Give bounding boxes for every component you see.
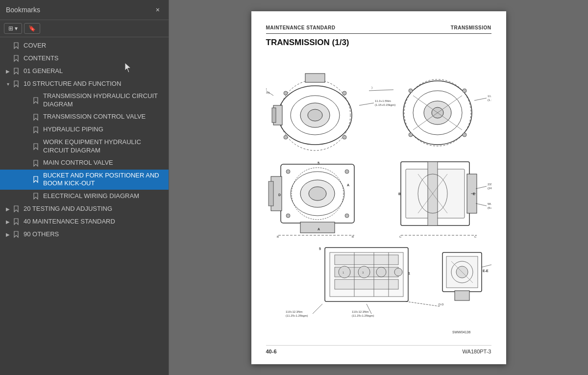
svg-line-30: [474, 98, 487, 100]
bookmark-flag-icon: [31, 175, 40, 183]
svg-text:B: B: [398, 192, 401, 196]
dropdown-arrow: ▾: [15, 25, 18, 32]
svg-text:58.8+9.8Nm: 58.8+9.8Nm: [488, 202, 491, 205]
bookmark-label: HYDRAULIC PIPING: [43, 125, 165, 134]
bookmark-item-transmission-hydraulic[interactable]: TRANSMISSION HYDRAULIC CIRCUIT DIAGRAM: [0, 90, 169, 111]
svg-text:1: 1: [408, 272, 410, 275]
svg-point-9: [343, 91, 346, 95]
svg-text:(11.25+1.25kgm): (11.25+1.25kgm): [352, 314, 374, 317]
svg-line-96: [406, 301, 440, 306]
grid-icon: ⊞: [8, 25, 13, 32]
bookmark-label: 90 OTHERS: [24, 230, 165, 239]
svg-text:11.3+1.5Nm: 11.3+1.5Nm: [488, 95, 491, 98]
bookmark-item-10-structure[interactable]: ▾10 STRUCTURE AND FUNCTION: [0, 77, 169, 90]
svg-point-83: [358, 266, 370, 278]
svg-text:C: C: [399, 235, 402, 238]
document-page: MAINTENANCE STANDARD TRANSMISSION TRANSM…: [251, 11, 506, 364]
svg-text:(1.15+0.15kgm): (1.15+0.15kgm): [375, 103, 395, 106]
svg-text:51.5+7.35Nm: 51.5+7.35Nm: [266, 87, 267, 90]
bookmark-label: MAIN CONTROL VALVE: [43, 159, 165, 167]
bookmark-label: TRANSMISSION CONTROL VALVE: [43, 113, 165, 121]
expand-arrow-40-maintenance[interactable]: ▶: [4, 219, 12, 225]
view-options-button[interactable]: ⊞ ▾: [4, 23, 22, 34]
bookmark-label: 10 STRUCTURE AND FUNCTION: [24, 80, 165, 88]
bookmark-item-bucket-fork[interactable]: BUCKET AND FORK POSITIONER AND BOOM KICK…: [0, 170, 169, 190]
document-area: MAINTENANCE STANDARD TRANSMISSION TRANSM…: [169, 0, 588, 375]
svg-point-3: [308, 109, 322, 121]
svg-text:5: 5: [319, 247, 321, 250]
bookmark-item-20-testing[interactable]: ▶20 TESTING AND ADJUSTING: [0, 202, 169, 215]
bookmark-button[interactable]: 🔖: [24, 23, 40, 34]
svg-rect-76: [335, 255, 398, 265]
doc-title: TRANSMISSION (1/3): [266, 38, 491, 48]
close-button[interactable]: ×: [153, 4, 163, 16]
svg-text:(1.15+1.15kgm): (1.15+1.15kgm): [488, 99, 491, 101]
svg-text:(5.25+0.75kgm): (5.25+0.75kgm): [266, 91, 270, 94]
bookmark-flag-icon: [12, 80, 21, 88]
bookmark-flag-icon: [31, 113, 40, 121]
svg-text:A: A: [318, 227, 320, 231]
svg-text:B: B: [352, 235, 354, 238]
expand-arrow-01-general[interactable]: ▶: [4, 69, 12, 74]
svg-point-84: [376, 267, 386, 277]
svg-point-26: [409, 89, 413, 93]
bookmark-label: CONTENTS: [24, 54, 165, 63]
svg-line-108: [369, 90, 393, 91]
bookmark-item-transmission-control[interactable]: TRANSMISSION CONTROL VALVE: [0, 111, 169, 124]
svg-line-66: [476, 203, 487, 206]
svg-text:(11.25+1.25kgm): (11.25+1.25kgm): [286, 314, 308, 317]
bookmark-item-cover[interactable]: COVER: [0, 39, 169, 52]
header-icons: ×: [153, 4, 163, 16]
bookmark-label: 20 TESTING AND ADJUSTING: [24, 205, 165, 213]
svg-rect-39: [269, 181, 273, 206]
bookmark-item-40-maintenance[interactable]: ▶40 MAINTENANCE STANDARD: [0, 215, 169, 228]
expand-arrow-10-structure[interactable]: ▾: [4, 81, 12, 87]
panel-title: Bookmarks: [6, 6, 40, 14]
svg-text:⟩: ⟩: [371, 86, 372, 89]
bookmark-item-90-others[interactable]: ▶90 OTHERS: [0, 228, 169, 241]
bookmark-item-main-control-valve[interactable]: MAIN CONTROL VALVE: [0, 157, 169, 170]
svg-point-11: [343, 135, 346, 139]
bookmark-item-work-equipment[interactable]: WORK EQUIPMENT HYDRAULIC CIRCUIT DIAGRAM: [0, 136, 169, 157]
expand-arrow-20-testing[interactable]: ▶: [4, 206, 12, 212]
bookmark-flag-icon: [31, 126, 40, 134]
transmission-svg: 11.3+1.5Nm (1.15+0.15kgm) 51.5+7.35Nm (5…: [266, 61, 491, 336]
svg-text:5: 5: [318, 161, 319, 165]
svg-text:D-D: D-D: [439, 303, 444, 306]
bookmark-label: TRANSMISSION HYDRAULIC CIRCUIT DIAGRAM: [43, 92, 165, 109]
svg-text:D: D: [278, 193, 281, 197]
expand-arrow-90-others[interactable]: ▶: [4, 232, 12, 237]
doc-diagram: 11.3+1.5Nm (1.15+0.15kgm) 51.5+7.35Nm (5…: [266, 54, 491, 343]
bookmarks-list: COVERCONTENTS▶01 GENERAL▾10 STRUCTURE AN…: [0, 37, 169, 375]
bookmark-item-contents[interactable]: CONTENTS: [0, 52, 169, 65]
svg-text:C: C: [474, 235, 477, 238]
svg-point-29: [463, 133, 466, 137]
svg-point-46: [345, 170, 349, 174]
svg-point-28: [409, 133, 413, 137]
panel-resize-handle[interactable]: ▶: [169, 182, 169, 194]
svg-rect-7: [305, 74, 325, 82]
bookmark-item-electrical-wiring[interactable]: ELECTRICAL WIRING DIAGRAM: [0, 190, 169, 202]
svg-point-36: [309, 187, 326, 200]
bookmark-flag-icon: [12, 67, 21, 75]
svg-point-10: [284, 135, 288, 139]
svg-rect-78: [335, 279, 398, 289]
bookmark-flag-icon: [12, 205, 21, 213]
doc-footer: 40-6 WA180PT-3: [266, 345, 491, 354]
svg-point-8: [284, 91, 288, 95]
svg-line-12: [359, 103, 374, 105]
svg-text:E: E: [473, 192, 475, 196]
bookmark-flag-icon: [12, 218, 21, 225]
bookmark-item-01-general[interactable]: ▶01 GENERAL: [0, 65, 169, 77]
svg-point-45: [286, 170, 290, 174]
bookmark-item-hydraulic-piping[interactable]: HYDRAULIC PIPING: [0, 124, 169, 136]
svg-text:E-E: E-E: [483, 269, 489, 273]
svg-line-90: [313, 304, 322, 314]
panel-header: Bookmarks ×: [0, 0, 169, 20]
doc-chapter-label: TRANSMISSION: [451, 25, 491, 30]
svg-line-105: [482, 265, 491, 267]
svg-text:B: B: [277, 235, 279, 238]
svg-point-85: [394, 268, 402, 276]
svg-rect-6: [272, 108, 276, 123]
bookmark-label: WORK EQUIPMENT HYDRAULIC CIRCUIT DIAGRAM: [43, 138, 165, 155]
